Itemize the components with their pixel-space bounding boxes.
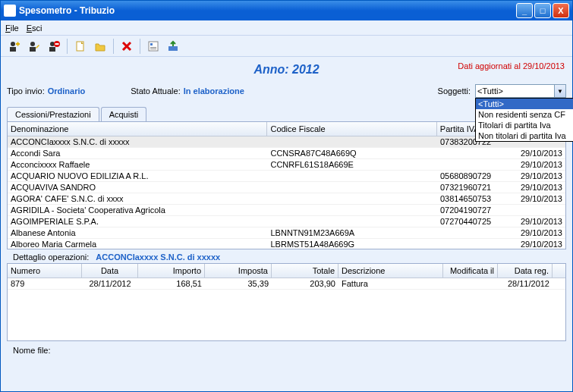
table-row[interactable]: Alboreo Maria CarmelaLBRMST51A48A669G29/… bbox=[8, 239, 565, 249]
col-imposta[interactable]: Imposta bbox=[205, 264, 272, 278]
toolbar bbox=[1, 36, 572, 57]
content-area: Dati aggiornati al 29/10/2013 Anno: 2012… bbox=[1, 57, 572, 391]
person-edit-icon[interactable] bbox=[25, 37, 43, 55]
chevron-down-icon[interactable]: ▼ bbox=[554, 85, 565, 97]
table-row[interactable]: AGORA' CAFE' S.N.C. di xxxx0381465075329… bbox=[8, 193, 565, 205]
cell-piva: 07321960721 bbox=[437, 182, 509, 193]
grid-detail-body[interactable]: 87928/11/2012168,5135,39203,90Fattura28/… bbox=[8, 278, 565, 340]
table-row[interactable]: AGRIDILA - Societa' Cooperativa Agricola… bbox=[8, 205, 565, 216]
dettaglio-value: ACCONCIaxxxx S.N.C. di xxxxx bbox=[96, 252, 220, 262]
person-delete-icon[interactable] bbox=[45, 37, 63, 55]
svg-marker-6 bbox=[36, 45, 39, 49]
cell-mod: 29/10/2013 bbox=[509, 193, 565, 204]
window-title: Spesometro - Tribuzio bbox=[19, 5, 516, 16]
table-row[interactable]: Acconcixxxx RaffaeleCCNRFL61S18A669E29/1… bbox=[8, 159, 565, 171]
cell-cf: LBRMST51A48A669G bbox=[267, 239, 436, 249]
cell-cf bbox=[267, 216, 436, 227]
cell-denom: Acconcixxxx Raffaele bbox=[8, 159, 267, 170]
dropdown-option[interactable]: Non titolari di partita Iva bbox=[476, 130, 573, 141]
svg-rect-5 bbox=[30, 47, 36, 52]
svg-point-4 bbox=[30, 42, 35, 46]
cell-piva: 05680890729 bbox=[437, 171, 509, 181]
dropdown-option[interactable]: Non residenti senza CF bbox=[476, 109, 573, 120]
dropdown-value[interactable]: <Tutti> bbox=[475, 84, 566, 98]
dettaglio-label: Dettaglio operazioni: bbox=[13, 252, 89, 262]
table-row[interactable]: Albanese AntoniaLBNNTN91M23A669A29/10/20… bbox=[8, 227, 565, 239]
menu-file[interactable]: File bbox=[5, 24, 19, 33]
delete-x-icon[interactable] bbox=[118, 37, 136, 55]
close-button[interactable]: X bbox=[553, 3, 569, 18]
cell-piva bbox=[437, 227, 509, 238]
cell-cf bbox=[267, 205, 436, 215]
svg-rect-10 bbox=[55, 43, 59, 45]
cell-cf bbox=[267, 182, 436, 193]
cell-importo: 168,51 bbox=[138, 278, 205, 289]
cell-modil bbox=[443, 278, 498, 289]
cell-denom: ACQUARIO NUOVO EDILIZIA A R.L. bbox=[8, 171, 267, 181]
svg-rect-3 bbox=[17, 42, 19, 45]
cell-denom: ACQUAVIVA SANDRO bbox=[8, 182, 267, 193]
col-codice-fiscale[interactable]: Codice Fiscale bbox=[267, 122, 436, 136]
dropdown-option[interactable]: Titolari di partita Iva bbox=[476, 120, 573, 130]
col-data-reg[interactable]: Data reg. bbox=[498, 264, 553, 278]
dropdown-option[interactable]: <Tutti> bbox=[476, 99, 573, 109]
cell-denom: Accondi Sara bbox=[8, 148, 267, 158]
titlebar: Spesometro - Tribuzio _ □ X bbox=[1, 1, 572, 20]
cell-piva: 03814650753 bbox=[437, 193, 509, 204]
cell-mod: 29/10/2013 bbox=[509, 239, 565, 249]
col-importo[interactable]: Importo bbox=[138, 264, 205, 278]
table-row[interactable]: Accondi SaraCCNSRA87C48A669Q29/10/2013 bbox=[8, 148, 565, 159]
col-numero[interactable]: Numero bbox=[8, 264, 82, 278]
cell-totale: 203,90 bbox=[272, 278, 338, 289]
cell-denom: AGORA' CAFE' S.N.C. di xxxx bbox=[8, 193, 267, 204]
tab-acquisti[interactable]: Acquisti bbox=[101, 107, 147, 121]
year-label: Anno: 2012 bbox=[253, 63, 319, 76]
col-data[interactable]: Data bbox=[82, 264, 138, 278]
cell-piva bbox=[437, 159, 509, 170]
cell-mod: 29/10/2013 bbox=[509, 148, 565, 158]
tab-cessioni[interactable]: Cessioni/Prestazioni bbox=[7, 107, 99, 121]
app-window: Spesometro - Tribuzio _ □ X File Esci Da… bbox=[0, 0, 573, 392]
info-row: Tipo invio: Ordinario Stato Attuale: In … bbox=[7, 84, 566, 98]
dropdown-list: <Tutti> Non residenti senza CF Titolari … bbox=[475, 98, 573, 142]
col-modificata[interactable]: Modificata il bbox=[443, 264, 498, 278]
cell-mod bbox=[509, 205, 565, 215]
dettaglio-row: Dettaglio operazioni: ACCONCIaxxxx S.N.C… bbox=[13, 252, 560, 262]
cell-piva bbox=[437, 148, 509, 158]
export-icon[interactable] bbox=[164, 37, 182, 55]
svg-rect-16 bbox=[150, 49, 156, 49]
folder-icon[interactable] bbox=[91, 37, 109, 55]
cell-data: 28/11/2012 bbox=[82, 278, 138, 289]
col-totale[interactable]: Totale bbox=[272, 264, 338, 278]
properties-icon[interactable] bbox=[144, 37, 162, 55]
cell-denom: AGOIMPERIALE S.P.A. bbox=[8, 216, 267, 227]
grid-body[interactable]: ACCONCIaxxxx S.N.C. di xxxxx07383200722A… bbox=[8, 136, 565, 249]
menu-esci[interactable]: Esci bbox=[27, 24, 43, 33]
cell-reg: 28/11/2012 bbox=[498, 278, 553, 289]
table-row[interactable]: ACQUARIO NUOVO EDILIZIA A R.L.0568089072… bbox=[8, 171, 565, 182]
table-row[interactable]: ACQUAVIVA SANDRO0732196072129/10/2013 bbox=[8, 182, 565, 193]
cell-num: 879 bbox=[8, 278, 82, 289]
cell-imposta: 35,39 bbox=[205, 278, 272, 289]
col-descrizione[interactable]: Descrizione bbox=[338, 264, 443, 278]
new-doc-icon[interactable] bbox=[71, 37, 90, 55]
grid-detail-header: Numero Data Importo Imposta Totale Descr… bbox=[8, 264, 565, 278]
svg-rect-13 bbox=[149, 42, 158, 51]
table-row[interactable]: 87928/11/2012168,5135,39203,90Fattura28/… bbox=[8, 278, 565, 290]
menu-bar: File Esci bbox=[1, 20, 572, 36]
cell-cf: CCNRFL61S18A669E bbox=[267, 159, 436, 170]
svg-rect-14 bbox=[150, 43, 153, 45]
tipo-invio-value: Ordinario bbox=[48, 86, 86, 96]
maximize-button[interactable]: □ bbox=[534, 3, 551, 18]
table-row[interactable]: AGOIMPERIALE S.P.A.0727044072529/10/2013 bbox=[8, 216, 565, 227]
soggetti-dropdown[interactable]: <Tutti> ▼ <Tutti> Non residenti senza CF… bbox=[475, 84, 566, 98]
minimize-button[interactable]: _ bbox=[516, 3, 533, 18]
cell-mod: 29/10/2013 bbox=[509, 216, 565, 227]
cell-denom: Alboreo Maria Carmela bbox=[8, 239, 267, 249]
cell-denom: AGRIDILA - Societa' Cooperativa Agricola bbox=[8, 205, 267, 215]
svg-rect-1 bbox=[10, 47, 16, 52]
cell-denom: ACCONCIaxxxx S.N.C. di xxxxx bbox=[8, 136, 267, 147]
person-add-icon[interactable] bbox=[5, 37, 24, 55]
col-denominazione[interactable]: Denominazione bbox=[8, 122, 267, 136]
grid-detail: Numero Data Importo Imposta Totale Descr… bbox=[7, 263, 566, 341]
